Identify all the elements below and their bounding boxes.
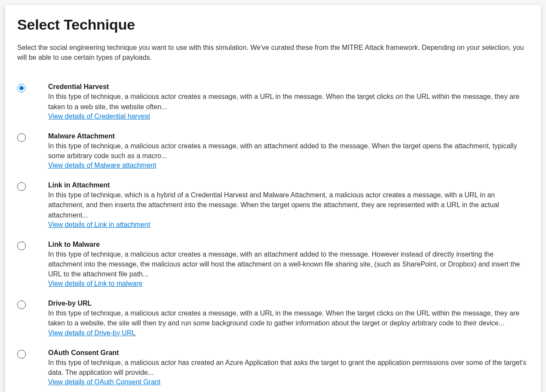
- option-description: In this type of technique, a malicious a…: [48, 249, 529, 279]
- option-description: In this type of technique, a malicious a…: [48, 308, 529, 328]
- option-link-in-attachment: Link in Attachment In this type of techn…: [17, 181, 529, 229]
- view-details-link-link-in-attachment[interactable]: View details of Link in attachment: [48, 221, 150, 229]
- page-title: Select Technique: [17, 16, 529, 33]
- select-technique-card: Select Technique Select the social engin…: [5, 5, 541, 392]
- option-description: In this type of technique, a malicious a…: [48, 92, 529, 111]
- radio-drive-by-url[interactable]: [17, 300, 26, 309]
- page-description: Select the social engineering technique …: [17, 43, 529, 62]
- option-title: Link in Attachment: [48, 181, 529, 189]
- option-drive-by-url: Drive-by URL In this type of technique, …: [17, 300, 529, 337]
- radio-oauth-consent-grant[interactable]: [17, 350, 26, 358]
- option-description: In this type of technique, which is a hy…: [48, 190, 529, 220]
- view-details-link-drive-by-url[interactable]: View details of Drive-by URL: [48, 329, 135, 337]
- radio-link-in-attachment[interactable]: [17, 182, 26, 191]
- technique-options-list: Credential Harvest In this type of techn…: [17, 83, 529, 386]
- radio-link-to-malware[interactable]: [17, 242, 26, 250]
- option-link-to-malware: Link to Malware In this type of techniqu…: [17, 241, 529, 288]
- view-details-link-credential-harvest[interactable]: View details of Credential harvest: [48, 113, 150, 120]
- option-title: Drive-by URL: [48, 300, 529, 307]
- option-title: Link to Malware: [48, 241, 529, 248]
- view-details-link-malware-attachment[interactable]: View details of Malware attachment: [48, 162, 156, 169]
- option-description: In this type of technique, a malicious a…: [48, 358, 529, 377]
- option-oauth-consent-grant: OAuth Consent Grant In this type of tech…: [17, 349, 529, 386]
- option-title: OAuth Consent Grant: [48, 349, 529, 357]
- option-title: Malware Attachment: [48, 132, 529, 140]
- option-credential-harvest: Credential Harvest In this type of techn…: [17, 83, 529, 120]
- option-malware-attachment: Malware Attachment In this type of techn…: [17, 132, 529, 169]
- view-details-link-link-to-malware[interactable]: View details of Link to malware: [48, 280, 142, 288]
- radio-malware-attachment[interactable]: [17, 133, 26, 142]
- option-title: Credential Harvest: [48, 83, 529, 91]
- radio-credential-harvest[interactable]: [17, 84, 26, 92]
- view-details-link-oauth-consent-grant[interactable]: View details of OAuth Consent Grant: [48, 378, 160, 386]
- option-description: In this type of technique, a malicious a…: [48, 141, 529, 161]
